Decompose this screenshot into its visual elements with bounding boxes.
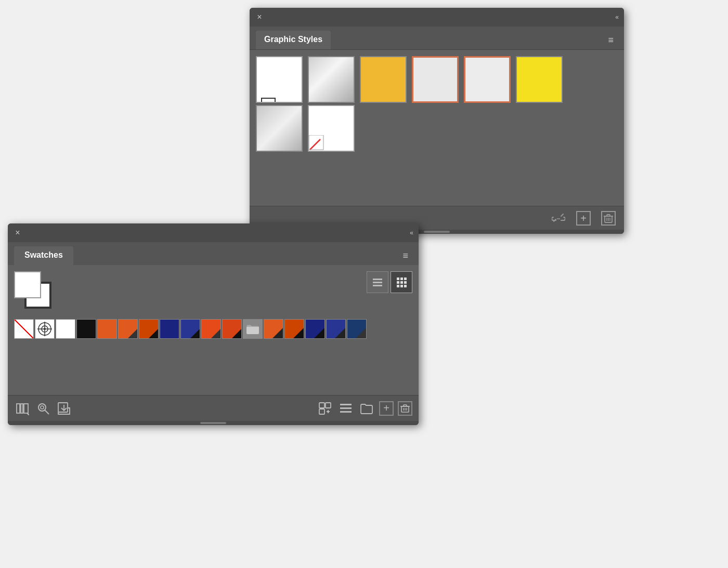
graphic-styles-panel: × « Graphic Styles ≡ xyxy=(250,8,624,234)
libraries-icon xyxy=(16,402,29,415)
import-icon xyxy=(57,402,71,415)
gs-unlink-button[interactable] xyxy=(551,211,566,226)
registration-icon xyxy=(36,321,53,337)
grid-view-icon xyxy=(396,276,407,288)
gs-item-7[interactable] xyxy=(256,105,303,152)
sw-toolbar: + xyxy=(8,395,419,421)
svg-rect-16 xyxy=(400,281,403,284)
gs-collapse-button[interactable]: « xyxy=(615,14,619,21)
swatch-navy-tri-2[interactable] xyxy=(326,319,346,339)
swatch-black[interactable] xyxy=(76,319,96,339)
swatch-orange-tri-2[interactable] xyxy=(284,319,304,339)
svg-rect-28 xyxy=(24,404,28,413)
corner-tri-9 xyxy=(335,328,345,338)
gs-item-8[interactable] xyxy=(308,105,355,152)
gs-item-5[interactable] xyxy=(464,56,511,103)
sw-open-folder-button[interactable] xyxy=(358,400,375,417)
swatches-grid xyxy=(14,319,412,339)
swatches-panel: × « Swatches ≡ xyxy=(8,223,419,425)
svg-rect-32 xyxy=(58,403,68,412)
svg-rect-12 xyxy=(397,278,399,280)
sw-close-button[interactable]: × xyxy=(13,228,22,237)
swatch-navy-tri-3[interactable] xyxy=(347,319,367,339)
swatch-navy-2[interactable] xyxy=(180,319,200,339)
gs-delete-button[interactable] xyxy=(601,211,616,226)
swatch-darkorange-1[interactable] xyxy=(222,319,242,339)
svg-rect-10 xyxy=(373,282,382,283)
corner-tri-8 xyxy=(314,328,324,338)
find-icon xyxy=(36,402,50,415)
swatch-orange-tri-1[interactable] xyxy=(264,319,283,339)
svg-rect-41 xyxy=(340,411,352,413)
swatch-registration[interactable] xyxy=(35,319,55,339)
gs-tab[interactable]: Graphic Styles xyxy=(256,31,331,49)
gs-item-3[interactable] xyxy=(360,56,407,103)
swatch-white[interactable] xyxy=(56,319,75,339)
sw-find-button[interactable] xyxy=(35,400,51,417)
corner-tri-6 xyxy=(272,328,283,338)
sw-panel-header: Swatches ≡ xyxy=(8,242,419,265)
svg-rect-15 xyxy=(397,281,399,284)
swatch-orange-corner-1[interactable] xyxy=(118,319,138,339)
gs-add-button[interactable]: + xyxy=(576,211,591,226)
gs-grid-row2 xyxy=(256,105,618,152)
gs-item-4[interactable] xyxy=(412,56,459,103)
sw-import-button[interactable] xyxy=(56,400,72,417)
corner-tri-2 xyxy=(149,329,158,338)
sw-top-row xyxy=(14,271,412,313)
sw-new-group-button[interactable] xyxy=(317,400,333,417)
swatch-orangered-1[interactable] xyxy=(201,319,221,339)
sw-tab-label: Swatches xyxy=(24,250,63,259)
sw-show-menu-button[interactable] xyxy=(337,400,354,417)
gs-scroll-nub xyxy=(424,231,450,233)
sw-collapse-button[interactable]: « xyxy=(410,229,413,236)
sw-menu-button[interactable]: ≡ xyxy=(398,248,412,263)
corner-tri-4 xyxy=(211,329,220,338)
list-view-button[interactable] xyxy=(367,271,388,293)
swatch-navy-tri-1[interactable] xyxy=(305,319,325,339)
svg-rect-18 xyxy=(397,285,399,287)
svg-rect-39 xyxy=(340,404,352,405)
corner-tri-1 xyxy=(128,329,137,338)
gs-item-6[interactable] xyxy=(516,56,563,103)
gs-add-icon: + xyxy=(580,213,587,223)
gs-content xyxy=(250,50,624,206)
sw-tab[interactable]: Swatches xyxy=(14,246,73,265)
gs-item-1[interactable] xyxy=(256,56,303,103)
unlink-icon xyxy=(552,213,565,223)
gs-menu-button[interactable]: ≡ xyxy=(604,33,618,48)
show-menu-icon xyxy=(339,402,353,415)
sw-titlebar: × « xyxy=(8,223,419,242)
svg-rect-17 xyxy=(404,281,407,284)
svg-rect-11 xyxy=(373,285,382,286)
folder-icon xyxy=(245,323,260,335)
trash-icon xyxy=(603,213,614,223)
corner-tri-10 xyxy=(356,328,366,338)
sw-add-icon: + xyxy=(383,402,389,414)
swatch-navy-1[interactable] xyxy=(160,319,179,339)
swatch-folder[interactable] xyxy=(243,319,263,339)
svg-rect-2 xyxy=(309,135,323,150)
sw-libraries-button[interactable] xyxy=(14,400,31,417)
gs-sq-back xyxy=(261,98,276,103)
grid-view-button[interactable] xyxy=(391,271,412,293)
svg-rect-20 xyxy=(404,285,407,287)
fill-box[interactable] xyxy=(14,271,41,298)
gs-grid-row1 xyxy=(256,56,618,103)
swatch-orange[interactable] xyxy=(97,319,117,339)
stroke-fill-indicator[interactable] xyxy=(14,271,56,313)
view-toggle xyxy=(367,271,412,293)
svg-rect-27 xyxy=(21,404,23,413)
swatch-none[interactable] xyxy=(14,319,34,339)
gs-close-button[interactable]: × xyxy=(255,12,264,22)
gs-panel-header: Graphic Styles ≡ xyxy=(250,27,624,50)
sw-add-button[interactable]: + xyxy=(379,401,394,416)
svg-rect-40 xyxy=(340,407,352,409)
gs-item-2[interactable] xyxy=(308,56,355,103)
sw-delete-button[interactable] xyxy=(398,401,412,416)
corner-tri-5 xyxy=(232,329,241,338)
sw-scrollbar[interactable] xyxy=(8,421,419,425)
sw-content xyxy=(8,265,419,395)
gs-red-corner-icon xyxy=(309,135,324,151)
swatch-orange-corner-2[interactable] xyxy=(139,319,159,339)
